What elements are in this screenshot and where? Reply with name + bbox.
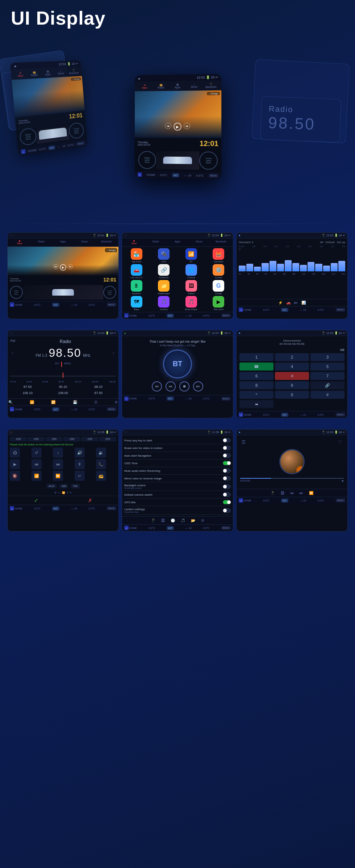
- gear-action-icon[interactable]: ⚙: [200, 518, 205, 523]
- toggle-nav[interactable]: [223, 453, 231, 458]
- preset-2[interactable]: 90.10: [46, 384, 80, 389]
- refresh-icon[interactable]: ↺: [32, 448, 42, 458]
- key-1[interactable]: 1: [239, 353, 273, 361]
- prev-sc9[interactable]: ⏮: [289, 490, 295, 496]
- key-hash[interactable]: #: [310, 391, 344, 399]
- settings-icon[interactable]: ⚙: [114, 400, 118, 404]
- radio-mono[interactable]: MNO: [64, 362, 71, 367]
- phone-action-icon[interactable]: 📱: [150, 518, 156, 523]
- time-action-icon[interactable]: 🕐: [170, 518, 176, 523]
- music-action-icon[interactable]: 🎵: [180, 518, 186, 523]
- app-maps[interactable]: 🗺 Maps: [124, 296, 150, 310]
- key-3[interactable]: 3: [310, 353, 344, 361]
- app-carbitlink[interactable]: 🔗 CarbitLink: [151, 264, 177, 279]
- app-bt[interactable]: 📶 BT: [178, 248, 204, 263]
- playlist-icon[interactable]: ☰: [242, 440, 246, 445]
- app-calculator[interactable]: 🧮 Calculator: [206, 248, 232, 263]
- radio-prev[interactable]: ‹: [12, 351, 13, 355]
- app-filemanager[interactable]: 📁 FileManager: [151, 280, 177, 295]
- power-icon[interactable]: ⏻: [10, 448, 20, 458]
- eq-mode[interactable]: Standard ∨: [239, 241, 254, 244]
- play-button[interactable]: ▶: [342, 479, 344, 482]
- am-btn[interactable]: AM: [59, 484, 68, 488]
- heart-icon[interactable]: ♡: [338, 440, 342, 445]
- loop-icon[interactable]: 🔁: [51, 400, 55, 404]
- radio-dx[interactable]: DX: [55, 362, 59, 367]
- next-track-icon[interactable]: ⏭: [53, 459, 63, 469]
- bt-stop[interactable]: ⏹: [179, 381, 189, 391]
- app-google[interactable]: G Google: [206, 280, 232, 295]
- key-9[interactable]: 9: [275, 381, 309, 389]
- key-star[interactable]: *: [239, 391, 273, 399]
- back-icon[interactable]: ↩: [75, 471, 85, 481]
- key-2[interactable]: 2: [275, 353, 309, 361]
- app-appstore[interactable]: 🏪 App Store: [124, 248, 150, 263]
- preset-3[interactable]: 98.10: [81, 384, 116, 389]
- mute-icon[interactable]: 🔇: [10, 471, 20, 481]
- key-8[interactable]: 8: [239, 381, 273, 389]
- back-button-sc6[interactable]: BACK: [336, 413, 345, 416]
- key-5[interactable]: 5: [310, 363, 344, 371]
- save-icon[interactable]: 💾: [73, 400, 77, 404]
- check-icon[interactable]: ✓: [34, 497, 38, 503]
- toggle-backlight[interactable]: [223, 484, 231, 489]
- key-7[interactable]: 7: [310, 372, 344, 380]
- key-link[interactable]: 🔗: [310, 381, 344, 389]
- toggle-brake[interactable]: [223, 446, 231, 450]
- app-mcxkey[interactable]: 🎵 mcxKey: [151, 296, 177, 310]
- prev-track-icon[interactable]: ⏮: [32, 459, 42, 469]
- aux-btn[interactable]: AUX: [46, 484, 57, 488]
- toggle-gps[interactable]: [223, 500, 231, 504]
- img-icon-sc9[interactable]: 🖼: [280, 490, 285, 496]
- signal-icon[interactable]: 📶: [30, 400, 34, 404]
- key-0[interactable]: 0: [275, 391, 309, 399]
- vol-down-icon[interactable]: 🔉: [96, 448, 106, 458]
- next-sc9[interactable]: ⏭: [298, 490, 304, 496]
- back-button-sc3[interactable]: BACK: [336, 308, 345, 312]
- toggle-volume[interactable]: [223, 492, 231, 497]
- back-button-sc4[interactable]: BACK: [107, 407, 116, 411]
- phone-icon-sc9[interactable]: 📱: [270, 490, 276, 496]
- skip-sc9[interactable]: ⏩: [308, 490, 314, 496]
- steering-media-icon[interactable]: ♪: [53, 448, 63, 458]
- mic-icon[interactable]: 🎙: [75, 459, 85, 469]
- back-button-sc5[interactable]: BACK: [221, 397, 231, 401]
- app-carlink[interactable]: 🚗 Car Link 2.0: [124, 264, 150, 279]
- preset-5[interactable]: 108.00: [46, 390, 80, 395]
- radio-next[interactable]: ›: [113, 351, 114, 355]
- list-icon[interactable]: ☰: [94, 400, 97, 404]
- bt-prev[interactable]: ⏮: [152, 381, 162, 391]
- app-gallery[interactable]: 🖼 Gallery: [178, 280, 204, 295]
- back-button-sc2[interactable]: BACK: [221, 314, 231, 317]
- key-6[interactable]: 6: [239, 372, 273, 380]
- preset-6[interactable]: 87.50: [81, 390, 116, 395]
- bt-prev-track[interactable]: ⏮: [166, 381, 176, 391]
- x-icon[interactable]: ✗: [88, 497, 92, 503]
- key-end[interactable]: ✕: [275, 372, 309, 380]
- toggle-mirror[interactable]: [223, 476, 231, 480]
- bt-icon[interactable]: 📶: [32, 471, 42, 481]
- toggle-mute[interactable]: [223, 469, 231, 473]
- phone-icon[interactable]: 📞: [96, 459, 106, 469]
- back-button-sc1[interactable]: BACK: [107, 303, 116, 306]
- vol-up-icon[interactable]: 🔊: [75, 448, 85, 458]
- app-musicplayer[interactable]: 🎵 Music Player: [178, 296, 204, 310]
- key-switch[interactable]: ⬌: [239, 400, 273, 408]
- back-button-sc9[interactable]: BACK: [336, 499, 345, 502]
- app-playstore[interactable]: ▶ Play Store: [206, 296, 232, 310]
- bt-next[interactable]: ⏭: [193, 381, 203, 391]
- play-icon[interactable]: ▶: [10, 459, 20, 469]
- search-radio-icon[interactable]: 🔍: [8, 400, 13, 404]
- skip-icon[interactable]: ⏩: [53, 471, 63, 481]
- toggle-press-key[interactable]: [223, 438, 231, 443]
- back-button-sc8[interactable]: BACK: [221, 526, 231, 530]
- folder-action-icon[interactable]: 📂: [190, 518, 196, 523]
- app-equalizer[interactable]: 🎚 Equalizer: [124, 280, 150, 295]
- fm-icon[interactable]: 📻: [96, 471, 106, 481]
- preset-4[interactable]: 106.10: [11, 390, 45, 395]
- toggle-osd[interactable]: [223, 461, 231, 465]
- back-button-sc7[interactable]: BACK: [107, 507, 116, 510]
- key-call[interactable]: ☎: [239, 363, 273, 371]
- img-action-icon[interactable]: 🖼: [160, 518, 166, 523]
- toggle-lantern[interactable]: [223, 508, 231, 513]
